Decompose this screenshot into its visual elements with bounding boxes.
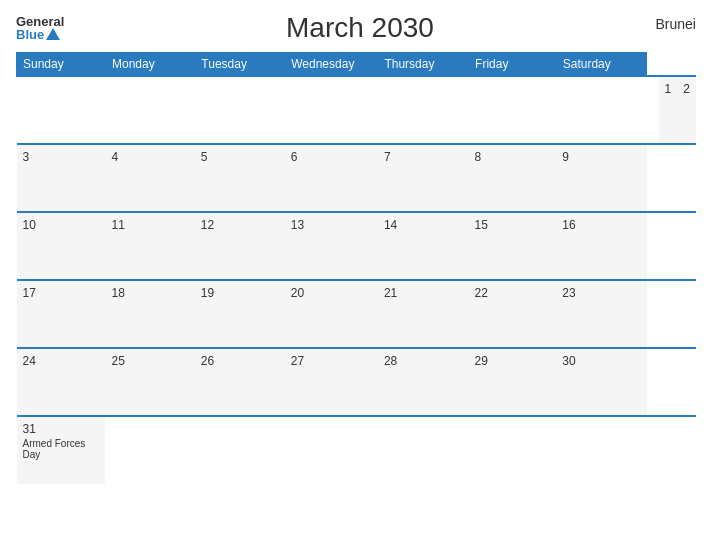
calendar-day-cell bbox=[469, 76, 557, 144]
day-number: 4 bbox=[111, 150, 188, 164]
calendar-table: Sunday Monday Tuesday Wednesday Thursday… bbox=[16, 52, 696, 484]
calendar-week-row: 17181920212223 bbox=[17, 280, 697, 348]
calendar-day-cell: 14 bbox=[378, 212, 469, 280]
calendar-day-cell bbox=[105, 416, 194, 484]
day-number: 3 bbox=[23, 150, 100, 164]
calendar-page: General Blue March 2030 Brunei Sunday Mo… bbox=[0, 0, 712, 550]
calendar-day-cell bbox=[17, 76, 106, 144]
day-number: 9 bbox=[562, 150, 640, 164]
day-number: 16 bbox=[562, 218, 640, 232]
calendar-day-cell: 2 bbox=[677, 76, 696, 144]
day-number: 18 bbox=[111, 286, 188, 300]
calendar-week-row: 24252627282930 bbox=[17, 348, 697, 416]
calendar-day-cell bbox=[469, 416, 557, 484]
calendar-day-cell: 27 bbox=[285, 348, 378, 416]
calendar-day-cell: 1 bbox=[659, 76, 678, 144]
calendar-day-cell bbox=[195, 76, 285, 144]
day-number: 28 bbox=[384, 354, 463, 368]
calendar-day-cell: 18 bbox=[105, 280, 194, 348]
col-tuesday: Tuesday bbox=[195, 53, 285, 77]
calendar-day-cell: 6 bbox=[285, 144, 378, 212]
calendar-day-cell bbox=[285, 76, 378, 144]
calendar-day-cell: 19 bbox=[195, 280, 285, 348]
col-wednesday: Wednesday bbox=[285, 53, 378, 77]
header: General Blue March 2030 Brunei bbox=[16, 12, 696, 44]
calendar-day-cell: 3 bbox=[17, 144, 106, 212]
day-number: 24 bbox=[23, 354, 100, 368]
col-saturday: Saturday bbox=[556, 53, 646, 77]
calendar-day-cell bbox=[647, 76, 659, 144]
calendar-day-cell: 31Armed Forces Day bbox=[17, 416, 106, 484]
calendar-day-cell: 24 bbox=[17, 348, 106, 416]
calendar-week-row: 3456789 bbox=[17, 144, 697, 212]
day-number: 15 bbox=[475, 218, 551, 232]
logo: General Blue bbox=[16, 15, 64, 41]
col-friday: Friday bbox=[469, 53, 557, 77]
calendar-day-cell: 10 bbox=[17, 212, 106, 280]
calendar-day-cell: 20 bbox=[285, 280, 378, 348]
logo-blue-text: Blue bbox=[16, 28, 64, 41]
day-number: 6 bbox=[291, 150, 372, 164]
calendar-day-cell bbox=[556, 416, 646, 484]
day-number: 2 bbox=[683, 82, 690, 96]
calendar-title: March 2030 bbox=[286, 12, 434, 44]
logo-triangle-icon bbox=[46, 28, 60, 40]
calendar-day-cell: 23 bbox=[556, 280, 646, 348]
calendar-day-cell: 28 bbox=[378, 348, 469, 416]
day-number: 10 bbox=[23, 218, 100, 232]
day-number: 13 bbox=[291, 218, 372, 232]
day-number: 30 bbox=[562, 354, 640, 368]
calendar-day-cell: 11 bbox=[105, 212, 194, 280]
col-thursday: Thursday bbox=[378, 53, 469, 77]
calendar-day-cell: 9 bbox=[556, 144, 646, 212]
day-number: 20 bbox=[291, 286, 372, 300]
calendar-day-cell: 13 bbox=[285, 212, 378, 280]
calendar-day-cell bbox=[105, 76, 194, 144]
calendar-day-cell: 25 bbox=[105, 348, 194, 416]
day-number: 29 bbox=[475, 354, 551, 368]
day-number: 25 bbox=[111, 354, 188, 368]
calendar-day-cell: 21 bbox=[378, 280, 469, 348]
calendar-day-cell: 16 bbox=[556, 212, 646, 280]
day-number: 12 bbox=[201, 218, 279, 232]
calendar-day-cell: 17 bbox=[17, 280, 106, 348]
day-number: 14 bbox=[384, 218, 463, 232]
calendar-day-cell bbox=[378, 76, 469, 144]
calendar-day-cell: 5 bbox=[195, 144, 285, 212]
day-number: 17 bbox=[23, 286, 100, 300]
day-number: 5 bbox=[201, 150, 279, 164]
col-sunday: Sunday bbox=[17, 53, 106, 77]
day-number: 19 bbox=[201, 286, 279, 300]
calendar-day-cell: 12 bbox=[195, 212, 285, 280]
day-number: 26 bbox=[201, 354, 279, 368]
calendar-day-cell: 7 bbox=[378, 144, 469, 212]
day-event: Armed Forces Day bbox=[23, 438, 100, 460]
calendar-header-row: Sunday Monday Tuesday Wednesday Thursday… bbox=[17, 53, 697, 77]
day-number: 11 bbox=[111, 218, 188, 232]
calendar-day-cell bbox=[378, 416, 469, 484]
calendar-day-cell bbox=[195, 416, 285, 484]
col-monday: Monday bbox=[105, 53, 194, 77]
calendar-week-row: 10111213141516 bbox=[17, 212, 697, 280]
calendar-day-cell: 26 bbox=[195, 348, 285, 416]
day-number: 31 bbox=[23, 422, 100, 436]
calendar-day-cell: 29 bbox=[469, 348, 557, 416]
calendar-day-cell bbox=[556, 76, 646, 144]
calendar-day-cell: 15 bbox=[469, 212, 557, 280]
day-number: 21 bbox=[384, 286, 463, 300]
calendar-day-cell: 4 bbox=[105, 144, 194, 212]
country-label: Brunei bbox=[656, 12, 696, 32]
day-number: 22 bbox=[475, 286, 551, 300]
day-number: 8 bbox=[475, 150, 551, 164]
calendar-week-row: 12 bbox=[17, 76, 697, 144]
calendar-week-row: 31Armed Forces Day bbox=[17, 416, 697, 484]
calendar-day-cell: 8 bbox=[469, 144, 557, 212]
calendar-day-cell: 22 bbox=[469, 280, 557, 348]
day-number: 7 bbox=[384, 150, 463, 164]
day-number: 27 bbox=[291, 354, 372, 368]
day-number: 1 bbox=[665, 82, 672, 96]
calendar-day-cell: 30 bbox=[556, 348, 646, 416]
day-number: 23 bbox=[562, 286, 640, 300]
calendar-day-cell bbox=[285, 416, 378, 484]
